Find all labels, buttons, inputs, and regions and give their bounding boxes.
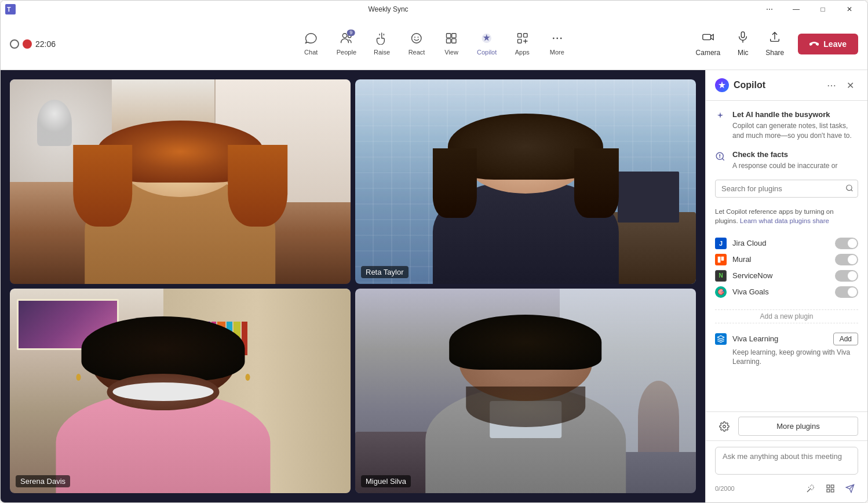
video-cell-p3: Serena Davis — [10, 289, 351, 493]
maximize-btn[interactable]: □ — [809, 1, 836, 18]
copilot-feature-facts-content: Check the facts A response could be inac… — [732, 150, 837, 171]
chat-label: Chat — [304, 49, 318, 56]
char-count: 0/2000 — [715, 485, 735, 492]
copilot-search — [715, 180, 858, 198]
app-icon: T — [5, 4, 16, 14]
svg-rect-29 — [831, 489, 834, 492]
people-label: People — [337, 49, 356, 56]
react-label: React — [409, 49, 425, 56]
copilot-grid-btn[interactable] — [822, 480, 838, 497]
apps-label: Apps — [515, 49, 530, 56]
svg-rect-7 — [447, 34, 451, 38]
share-btn[interactable]: Share — [758, 26, 791, 61]
svg-point-6 — [418, 37, 419, 38]
copilot-feature-facts-title: Check the facts — [732, 150, 837, 159]
toolbar: 22:06 Chat — [1, 18, 867, 70]
more-plugins-btn[interactable]: More plugins — [738, 417, 858, 436]
svg-rect-19 — [742, 32, 745, 38]
plugin-list: J Jira Cloud Mural — [715, 235, 858, 300]
svg-point-17 — [560, 38, 561, 39]
toolbar-right: Camera Mic — [689, 26, 858, 61]
nav-more[interactable]: More — [541, 27, 573, 60]
mural-toggle[interactable] — [835, 254, 858, 265]
leave-label: Leave — [823, 39, 847, 49]
leave-button[interactable]: Leave — [798, 34, 858, 54]
view-label: View — [444, 49, 458, 56]
servicenow-icon: N — [715, 270, 727, 282]
more-btn[interactable]: ⋯ — [756, 1, 783, 18]
copilot-chat-input[interactable] — [715, 447, 858, 475]
camera-btn[interactable]: Camera — [689, 26, 728, 61]
phone-icon — [809, 39, 819, 49]
svg-rect-9 — [447, 39, 451, 43]
search-fact-icon — [715, 151, 727, 163]
record-indicator: 22:06 — [10, 39, 56, 49]
participant-name-p3: Serena Davis — [16, 475, 70, 487]
copilot-chat-area: 0/2000 — [706, 440, 867, 502]
vivagoals-toggle[interactable] — [835, 286, 858, 298]
copilot-plugins-note: Let Copilot reference apps by turning on… — [715, 207, 858, 225]
chat-icon — [305, 32, 318, 46]
svg-point-2 — [342, 34, 347, 38]
nav-people[interactable]: 9 People — [330, 27, 363, 60]
minimize-btn[interactable]: — — [783, 1, 809, 18]
viva-learning-add-btn[interactable]: Add — [833, 333, 858, 345]
main-content: Reta Taylor — [1, 70, 867, 502]
mic-icon — [736, 31, 749, 46]
svg-point-4 — [412, 34, 422, 43]
svg-rect-24 — [721, 256, 724, 260]
more-icon — [550, 32, 563, 46]
nav-apps[interactable]: Apps — [506, 27, 538, 60]
more-label: More — [550, 49, 564, 56]
jira-name: Jira Cloud — [732, 239, 829, 247]
heart-icon — [10, 39, 19, 49]
copilot-close-btn[interactable]: ✕ — [842, 77, 858, 93]
servicenow-name: ServiceNow — [732, 271, 829, 280]
plugins-learn-link[interactable]: Learn what data plugins share — [740, 217, 829, 224]
nav-view[interactable]: View — [435, 27, 468, 60]
viva-learning-item: Viva Learning Add Keep learning, keep gr… — [715, 333, 858, 367]
copilot-label: Copilot — [477, 49, 497, 56]
copilot-feature-ai: Let AI handle the busywork Copilot can g… — [715, 110, 858, 141]
copilot-send-btn[interactable] — [842, 480, 858, 497]
jira-icon: J — [715, 238, 727, 249]
record-time: 22:06 — [35, 39, 56, 49]
svg-text:T: T — [7, 6, 11, 13]
camera-icon — [702, 31, 714, 46]
mural-icon — [715, 254, 727, 265]
copilot-chat-footer: 0/2000 — [715, 480, 858, 497]
share-label: Share — [765, 49, 784, 57]
viva-learning-name: Viva Learning — [732, 334, 827, 343]
servicenow-toggle[interactable] — [835, 270, 858, 282]
plugin-search-input[interactable] — [715, 180, 858, 198]
nav-react[interactable]: React — [400, 27, 433, 60]
mural-name: Mural — [732, 255, 829, 264]
nav-chat[interactable]: Chat — [295, 27, 327, 60]
jira-toggle[interactable] — [835, 238, 858, 249]
copilot-more-btn[interactable]: ⋯ — [823, 77, 840, 93]
plugin-vivagoals: 🎯 Viva Goals — [715, 284, 858, 300]
record-dot — [23, 39, 32, 49]
svg-rect-10 — [452, 39, 456, 43]
svg-rect-28 — [827, 489, 830, 492]
svg-point-16 — [556, 38, 558, 39]
sparkle-icon — [715, 111, 727, 123]
close-btn[interactable]: ✕ — [836, 1, 863, 18]
copilot-wand-btn[interactable] — [803, 480, 819, 497]
copilot-logo — [715, 78, 729, 92]
svg-point-25 — [723, 425, 726, 428]
svg-rect-26 — [827, 485, 830, 488]
add-plugin-label: Add a new plugin — [715, 309, 858, 323]
settings-btn[interactable] — [715, 417, 734, 436]
people-icon: 9 — [340, 32, 353, 46]
participant-name-p2: Reta Taylor — [361, 266, 409, 278]
mic-btn[interactable]: Mic — [730, 26, 756, 61]
plugin-jira: J Jira Cloud — [715, 235, 858, 251]
svg-point-22 — [847, 185, 852, 190]
nav-copilot[interactable]: Copilot — [470, 27, 504, 60]
viva-learning-desc: Keep learning, keep growing with Viva Le… — [715, 348, 858, 367]
toolbar-left: 22:06 — [10, 39, 56, 49]
nav-raise[interactable]: Raise — [366, 27, 398, 60]
plugin-mural: Mural — [715, 251, 858, 268]
people-badge: 9 — [347, 30, 355, 36]
